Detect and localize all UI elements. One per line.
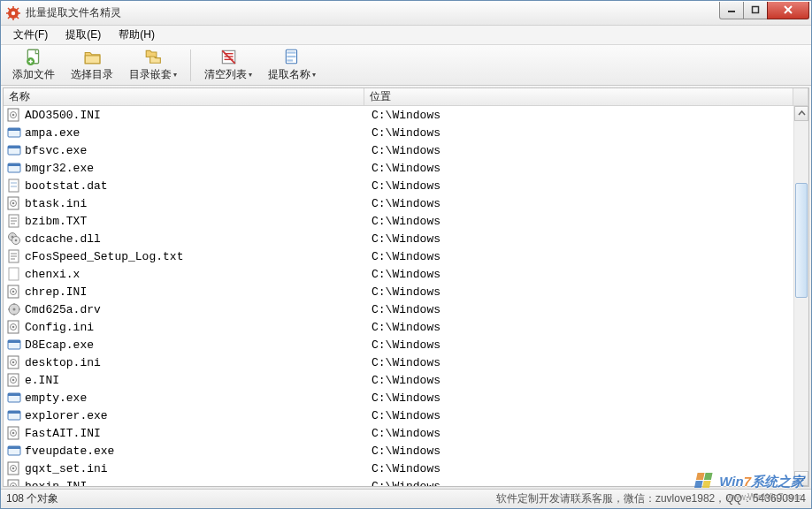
table-row[interactable]: e.INIC:\Windows xyxy=(4,371,793,389)
file-name: bmgr32.exe xyxy=(25,162,368,175)
table-row[interactable]: D8Ecap.exeC:\Windows xyxy=(4,336,793,353)
vertical-scrollbar[interactable] xyxy=(793,106,808,486)
file-name: gqxt_set.ini xyxy=(25,462,368,475)
file-name: Config.ini xyxy=(25,321,368,334)
file-location: C:\Windows xyxy=(368,268,793,281)
maximize-icon xyxy=(751,5,760,14)
dropdown-arrow-icon: ▾ xyxy=(249,71,252,79)
chevron-down-icon xyxy=(798,475,806,482)
window-controls xyxy=(720,2,809,19)
file-list: 名称 位置 ADO3500.INIC:\Windowsampa.exeC:\Wi… xyxy=(3,87,809,487)
file-location: C:\Windows xyxy=(368,197,793,210)
file-name: bzibm.TXT xyxy=(25,215,368,228)
file-type-icon xyxy=(7,125,21,140)
file-location: C:\Windows xyxy=(368,303,793,316)
file-type-icon xyxy=(7,355,21,369)
file-type-icon xyxy=(7,373,21,387)
file-type-icon xyxy=(7,391,21,405)
maximize-button[interactable] xyxy=(743,2,768,19)
file-type-icon xyxy=(7,161,21,175)
window-title: 批量提取文件名精灵 xyxy=(26,5,720,20)
table-row[interactable]: chrep.INIC:\Windows xyxy=(4,283,793,300)
table-row[interactable]: bmgr32.exeC:\Windows xyxy=(4,159,793,177)
svg-line-8 xyxy=(8,16,10,18)
file-location: C:\Windows xyxy=(368,427,793,440)
toolbar-button-add-file[interactable]: 添加文件 xyxy=(6,47,61,84)
chevron-up-icon xyxy=(798,110,806,118)
table-row[interactable]: bfsvc.exeC:\Windows xyxy=(4,141,793,159)
svg-line-7 xyxy=(17,8,19,10)
table-row[interactable]: desktop.iniC:\Windows xyxy=(4,353,793,371)
file-location: C:\Windows xyxy=(368,162,793,175)
column-header-location[interactable]: 位置 xyxy=(364,88,793,105)
toolbar-label: 添加文件 xyxy=(12,67,55,82)
menu-item[interactable]: 帮助(H) xyxy=(111,26,162,44)
table-row[interactable]: fveupdate.exeC:\Windows xyxy=(4,442,793,460)
table-row[interactable]: empty.exeC:\Windows xyxy=(4,389,793,406)
table-row[interactable]: ADO3500.INIC:\Windows xyxy=(4,106,793,124)
file-location: C:\Windows xyxy=(368,109,793,122)
close-button[interactable] xyxy=(767,2,809,19)
file-location: C:\Windows xyxy=(368,374,793,387)
file-location: C:\Windows xyxy=(368,179,793,193)
file-type-icon xyxy=(7,214,21,228)
table-row[interactable]: cFosSpeed_Setup_Log.txtC:\Windows xyxy=(4,247,793,265)
toolbar-button-clear[interactable]: 清空列表▾ xyxy=(198,47,258,84)
table-row[interactable]: explorer.exeC:\Windows xyxy=(4,406,793,424)
dropdown-arrow-icon: ▾ xyxy=(312,71,316,79)
scroll-thumb[interactable] xyxy=(795,183,808,298)
scroll-track[interactable] xyxy=(794,121,808,471)
table-row[interactable]: Config.iniC:\Windows xyxy=(4,318,793,336)
scroll-down-button[interactable] xyxy=(794,471,808,486)
table-row[interactable]: bootstat.datC:\Windows xyxy=(4,177,793,194)
add-file-icon xyxy=(25,48,42,65)
file-name: chenxi.x xyxy=(25,268,368,281)
app-window: 批量提取文件名精灵 文件(F)提取(E)帮助(H) 添加文件选择目录目录嵌套▾清… xyxy=(0,0,812,509)
file-name: bootstat.dat xyxy=(25,179,368,193)
table-row[interactable]: hexin.INIC:\Windows xyxy=(4,477,793,486)
toolbar-button-extract[interactable]: 提取名称▾ xyxy=(262,47,322,84)
file-type-icon xyxy=(7,232,21,246)
menu-item[interactable]: 提取(E) xyxy=(58,26,108,44)
table-row[interactable]: bzibm.TXTC:\Windows xyxy=(4,212,793,230)
file-name: FastAIT.INI xyxy=(25,427,368,440)
file-name: D8Ecap.exe xyxy=(25,338,368,352)
scroll-up-button[interactable] xyxy=(794,106,808,121)
file-location: C:\Windows xyxy=(368,462,793,475)
svg-point-9 xyxy=(11,11,15,14)
file-name: cdcache.dll xyxy=(25,232,368,246)
file-name: e.INI xyxy=(25,374,368,387)
table-row[interactable]: chenxi.xC:\Windows xyxy=(4,265,793,283)
file-name: cFosSpeed_Setup_Log.txt xyxy=(25,250,368,263)
file-name: Cmd625a.drv xyxy=(25,303,368,316)
file-location: C:\Windows xyxy=(368,232,793,246)
file-name: chrep.INI xyxy=(25,285,368,299)
file-type-icon xyxy=(7,143,21,157)
file-location: C:\Windows xyxy=(368,144,793,157)
file-location: C:\Windows xyxy=(368,391,793,405)
file-name: ADO3500.INI xyxy=(25,109,368,122)
menu-item[interactable]: 文件(F) xyxy=(6,26,55,44)
clear-icon xyxy=(219,48,237,65)
table-row[interactable]: btask.iniC:\Windows xyxy=(4,194,793,212)
toolbar-label: 目录嵌套 xyxy=(129,67,172,82)
toolbar-button-nested[interactable]: 目录嵌套▾ xyxy=(123,47,183,84)
file-type-icon xyxy=(7,426,21,440)
toolbar-label: 清空列表 xyxy=(204,67,247,82)
file-location: C:\Windows xyxy=(368,444,793,458)
status-contact: 软件定制开发请联系客服，微信：zuvlove1982，QQ：543690914 xyxy=(496,491,806,506)
file-location: C:\Windows xyxy=(368,250,793,263)
table-row[interactable]: Cmd625a.drvC:\Windows xyxy=(4,300,793,318)
column-header-name[interactable]: 名称 xyxy=(4,88,364,105)
table-row[interactable]: FastAIT.INIC:\Windows xyxy=(4,424,793,442)
table-row[interactable]: cdcache.dllC:\Windows xyxy=(4,230,793,247)
minimize-button[interactable] xyxy=(719,2,744,19)
file-type-icon xyxy=(7,461,21,475)
file-name: fveupdate.exe xyxy=(25,444,368,458)
toolbar-button-folder[interactable]: 选择目录 xyxy=(65,47,119,84)
table-row[interactable]: gqxt_set.iniC:\Windows xyxy=(4,460,793,477)
table-row[interactable]: ampa.exeC:\Windows xyxy=(4,124,793,141)
svg-line-5 xyxy=(8,8,10,10)
column-header-scroll-spacer xyxy=(793,88,808,105)
nested-icon xyxy=(144,48,162,65)
